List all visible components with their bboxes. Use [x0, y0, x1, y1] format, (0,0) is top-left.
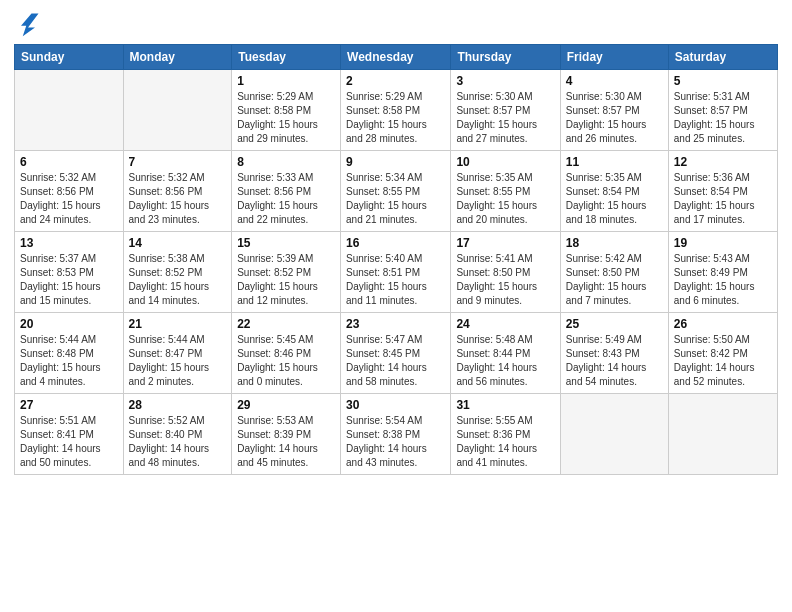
calendar-cell: 18 Sunrise: 5:42 AM Sunset: 8:50 PM Dayl… [560, 232, 668, 313]
day-info: Sunrise: 5:38 AM Sunset: 8:52 PM Dayligh… [129, 252, 227, 308]
calendar-cell: 26 Sunrise: 5:50 AM Sunset: 8:42 PM Dayl… [668, 313, 777, 394]
weekday-header-thursday: Thursday [451, 45, 560, 70]
logo-icon [14, 10, 42, 38]
day-number: 30 [346, 398, 445, 412]
weekday-header-monday: Monday [123, 45, 232, 70]
day-info: Sunrise: 5:42 AM Sunset: 8:50 PM Dayligh… [566, 252, 663, 308]
calendar-cell [668, 394, 777, 475]
day-number: 6 [20, 155, 118, 169]
day-number: 22 [237, 317, 335, 331]
day-info: Sunrise: 5:34 AM Sunset: 8:55 PM Dayligh… [346, 171, 445, 227]
day-info: Sunrise: 5:49 AM Sunset: 8:43 PM Dayligh… [566, 333, 663, 389]
calendar-cell: 27 Sunrise: 5:51 AM Sunset: 8:41 PM Dayl… [15, 394, 124, 475]
day-number: 5 [674, 74, 772, 88]
calendar-cell: 21 Sunrise: 5:44 AM Sunset: 8:47 PM Dayl… [123, 313, 232, 394]
day-number: 1 [237, 74, 335, 88]
day-info: Sunrise: 5:36 AM Sunset: 8:54 PM Dayligh… [674, 171, 772, 227]
calendar-cell: 15 Sunrise: 5:39 AM Sunset: 8:52 PM Dayl… [232, 232, 341, 313]
calendar-cell [560, 394, 668, 475]
weekday-header-sunday: Sunday [15, 45, 124, 70]
calendar-cell: 17 Sunrise: 5:41 AM Sunset: 8:50 PM Dayl… [451, 232, 560, 313]
day-info: Sunrise: 5:39 AM Sunset: 8:52 PM Dayligh… [237, 252, 335, 308]
calendar-cell: 14 Sunrise: 5:38 AM Sunset: 8:52 PM Dayl… [123, 232, 232, 313]
calendar-cell: 9 Sunrise: 5:34 AM Sunset: 8:55 PM Dayli… [341, 151, 451, 232]
day-info: Sunrise: 5:51 AM Sunset: 8:41 PM Dayligh… [20, 414, 118, 470]
calendar-cell [15, 70, 124, 151]
day-number: 11 [566, 155, 663, 169]
day-number: 8 [237, 155, 335, 169]
calendar-cell: 13 Sunrise: 5:37 AM Sunset: 8:53 PM Dayl… [15, 232, 124, 313]
calendar-cell: 29 Sunrise: 5:53 AM Sunset: 8:39 PM Dayl… [232, 394, 341, 475]
day-number: 28 [129, 398, 227, 412]
day-number: 18 [566, 236, 663, 250]
weekday-header-saturday: Saturday [668, 45, 777, 70]
day-number: 31 [456, 398, 554, 412]
calendar-cell: 6 Sunrise: 5:32 AM Sunset: 8:56 PM Dayli… [15, 151, 124, 232]
page: SundayMondayTuesdayWednesdayThursdayFrid… [0, 0, 792, 489]
header [14, 10, 778, 38]
calendar-cell: 1 Sunrise: 5:29 AM Sunset: 8:58 PM Dayli… [232, 70, 341, 151]
calendar-cell: 12 Sunrise: 5:36 AM Sunset: 8:54 PM Dayl… [668, 151, 777, 232]
day-info: Sunrise: 5:31 AM Sunset: 8:57 PM Dayligh… [674, 90, 772, 146]
calendar-week-row: 13 Sunrise: 5:37 AM Sunset: 8:53 PM Dayl… [15, 232, 778, 313]
calendar-cell: 30 Sunrise: 5:54 AM Sunset: 8:38 PM Dayl… [341, 394, 451, 475]
day-info: Sunrise: 5:33 AM Sunset: 8:56 PM Dayligh… [237, 171, 335, 227]
day-number: 24 [456, 317, 554, 331]
day-number: 12 [674, 155, 772, 169]
calendar-cell [123, 70, 232, 151]
day-info: Sunrise: 5:32 AM Sunset: 8:56 PM Dayligh… [129, 171, 227, 227]
day-info: Sunrise: 5:43 AM Sunset: 8:49 PM Dayligh… [674, 252, 772, 308]
day-number: 19 [674, 236, 772, 250]
day-info: Sunrise: 5:37 AM Sunset: 8:53 PM Dayligh… [20, 252, 118, 308]
calendar-cell: 16 Sunrise: 5:40 AM Sunset: 8:51 PM Dayl… [341, 232, 451, 313]
day-number: 29 [237, 398, 335, 412]
day-info: Sunrise: 5:45 AM Sunset: 8:46 PM Dayligh… [237, 333, 335, 389]
day-info: Sunrise: 5:50 AM Sunset: 8:42 PM Dayligh… [674, 333, 772, 389]
weekday-header-friday: Friday [560, 45, 668, 70]
day-info: Sunrise: 5:52 AM Sunset: 8:40 PM Dayligh… [129, 414, 227, 470]
calendar-cell: 19 Sunrise: 5:43 AM Sunset: 8:49 PM Dayl… [668, 232, 777, 313]
weekday-header-row: SundayMondayTuesdayWednesdayThursdayFrid… [15, 45, 778, 70]
calendar-cell: 5 Sunrise: 5:31 AM Sunset: 8:57 PM Dayli… [668, 70, 777, 151]
svg-marker-0 [21, 14, 39, 37]
day-info: Sunrise: 5:48 AM Sunset: 8:44 PM Dayligh… [456, 333, 554, 389]
day-info: Sunrise: 5:44 AM Sunset: 8:48 PM Dayligh… [20, 333, 118, 389]
day-number: 27 [20, 398, 118, 412]
calendar-cell: 10 Sunrise: 5:35 AM Sunset: 8:55 PM Dayl… [451, 151, 560, 232]
day-info: Sunrise: 5:35 AM Sunset: 8:55 PM Dayligh… [456, 171, 554, 227]
day-info: Sunrise: 5:44 AM Sunset: 8:47 PM Dayligh… [129, 333, 227, 389]
day-info: Sunrise: 5:32 AM Sunset: 8:56 PM Dayligh… [20, 171, 118, 227]
day-info: Sunrise: 5:40 AM Sunset: 8:51 PM Dayligh… [346, 252, 445, 308]
day-info: Sunrise: 5:54 AM Sunset: 8:38 PM Dayligh… [346, 414, 445, 470]
day-number: 10 [456, 155, 554, 169]
day-number: 13 [20, 236, 118, 250]
weekday-header-tuesday: Tuesday [232, 45, 341, 70]
calendar-cell: 23 Sunrise: 5:47 AM Sunset: 8:45 PM Dayl… [341, 313, 451, 394]
calendar: SundayMondayTuesdayWednesdayThursdayFrid… [14, 44, 778, 475]
day-number: 23 [346, 317, 445, 331]
day-info: Sunrise: 5:29 AM Sunset: 8:58 PM Dayligh… [346, 90, 445, 146]
calendar-cell: 24 Sunrise: 5:48 AM Sunset: 8:44 PM Dayl… [451, 313, 560, 394]
calendar-cell: 25 Sunrise: 5:49 AM Sunset: 8:43 PM Dayl… [560, 313, 668, 394]
calendar-cell: 3 Sunrise: 5:30 AM Sunset: 8:57 PM Dayli… [451, 70, 560, 151]
day-info: Sunrise: 5:53 AM Sunset: 8:39 PM Dayligh… [237, 414, 335, 470]
weekday-header-wednesday: Wednesday [341, 45, 451, 70]
calendar-week-row: 6 Sunrise: 5:32 AM Sunset: 8:56 PM Dayli… [15, 151, 778, 232]
day-number: 7 [129, 155, 227, 169]
calendar-cell: 22 Sunrise: 5:45 AM Sunset: 8:46 PM Dayl… [232, 313, 341, 394]
day-number: 17 [456, 236, 554, 250]
calendar-cell: 2 Sunrise: 5:29 AM Sunset: 8:58 PM Dayli… [341, 70, 451, 151]
calendar-cell: 8 Sunrise: 5:33 AM Sunset: 8:56 PM Dayli… [232, 151, 341, 232]
day-number: 9 [346, 155, 445, 169]
day-number: 25 [566, 317, 663, 331]
calendar-cell: 20 Sunrise: 5:44 AM Sunset: 8:48 PM Dayl… [15, 313, 124, 394]
day-number: 21 [129, 317, 227, 331]
day-number: 3 [456, 74, 554, 88]
day-info: Sunrise: 5:55 AM Sunset: 8:36 PM Dayligh… [456, 414, 554, 470]
day-number: 26 [674, 317, 772, 331]
calendar-week-row: 1 Sunrise: 5:29 AM Sunset: 8:58 PM Dayli… [15, 70, 778, 151]
day-number: 15 [237, 236, 335, 250]
day-info: Sunrise: 5:29 AM Sunset: 8:58 PM Dayligh… [237, 90, 335, 146]
day-info: Sunrise: 5:30 AM Sunset: 8:57 PM Dayligh… [456, 90, 554, 146]
day-number: 2 [346, 74, 445, 88]
